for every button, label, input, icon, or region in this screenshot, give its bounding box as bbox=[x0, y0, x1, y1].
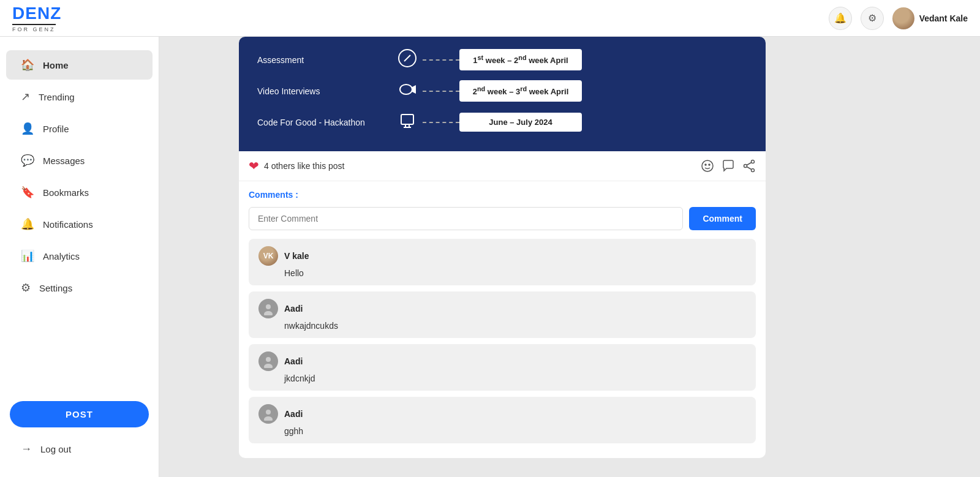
comment-text: jkdcnkjd bbox=[284, 374, 746, 383]
tl-label-2: Video Interviews bbox=[257, 86, 392, 96]
comment-input[interactable] bbox=[249, 207, 683, 230]
tl-icon-2 bbox=[392, 80, 423, 102]
comment-avatar bbox=[258, 299, 278, 318]
sidebar-item-analytics[interactable]: 📊 Analytics bbox=[6, 241, 153, 271]
sidebar-item-messages[interactable]: 💬 Messages bbox=[6, 146, 153, 175]
sidebar-label-profile: Profile bbox=[43, 124, 69, 134]
heart-icon[interactable]: ❤ bbox=[249, 159, 259, 173]
main-content: Assessment 1st week – 2nd week April Vid… bbox=[159, 37, 845, 477]
tl-dots-1 bbox=[423, 59, 459, 61]
notifications-icon: 🔔 bbox=[21, 217, 34, 231]
sidebar-label-settings: Settings bbox=[39, 283, 72, 293]
tl-label-1: Assessment bbox=[257, 55, 392, 65]
avatar-image bbox=[892, 7, 914, 29]
svg-point-4 bbox=[705, 164, 706, 165]
svg-rect-2 bbox=[401, 115, 413, 124]
tl-icon-3 bbox=[392, 111, 423, 133]
svg-line-9 bbox=[747, 163, 752, 165]
header-right: 🔔 ⚙ Vedant Kale bbox=[829, 7, 968, 30]
logo-d: D bbox=[12, 4, 25, 23]
comment-avatar bbox=[258, 351, 278, 371]
svg-point-1 bbox=[400, 85, 412, 94]
layout: 🏠 Home ↗ Trending 👤 Profile 💬 Messages 🔖… bbox=[0, 37, 980, 477]
svg-point-5 bbox=[709, 164, 710, 165]
sidebar-spacer bbox=[0, 304, 159, 391]
sidebar-label-home: Home bbox=[43, 60, 69, 70]
comment-item: Aadi nwkajdncukds bbox=[249, 291, 756, 338]
action-icons bbox=[701, 159, 756, 173]
comment-author: Aadi bbox=[284, 304, 303, 314]
timeline-row-2: Video Interviews 2nd week – 3rd week Apr… bbox=[257, 80, 747, 102]
profile-icon: 👤 bbox=[21, 122, 34, 135]
bookmarks-icon: 🔖 bbox=[21, 186, 34, 199]
comment-author: V kale bbox=[284, 251, 309, 261]
comment-text: gghh bbox=[284, 426, 746, 436]
bell-button[interactable]: 🔔 bbox=[829, 7, 852, 30]
like-area: ❤ 4 others like this post bbox=[249, 159, 345, 173]
sidebar: 🏠 Home ↗ Trending 👤 Profile 💬 Messages 🔖… bbox=[0, 37, 159, 477]
comment-author-row: Aadi bbox=[258, 299, 746, 318]
timeline-row-1: Assessment 1st week – 2nd week April bbox=[257, 49, 747, 70]
svg-line-10 bbox=[747, 167, 752, 170]
tl-date-3: June – July 2024 bbox=[459, 113, 582, 132]
share-button[interactable] bbox=[742, 159, 756, 173]
comment-submit-button[interactable]: Comment bbox=[689, 207, 756, 230]
tl-dots-3 bbox=[423, 122, 459, 123]
tl-label-3: Code For Good - Hackathon bbox=[257, 118, 392, 127]
logo-enz: ENZ bbox=[25, 4, 61, 23]
logo-subtitle: FOR GENZ bbox=[12, 24, 56, 32]
sidebar-item-trending[interactable]: ↗ Trending bbox=[6, 82, 153, 111]
comment-avatar: VK bbox=[258, 246, 278, 266]
sidebar-label-notifications: Notifications bbox=[43, 219, 93, 230]
logo: DENZ FOR GENZ bbox=[12, 4, 61, 32]
svg-point-12 bbox=[266, 304, 271, 309]
comment-author-row: Aadi bbox=[258, 404, 746, 424]
comment-item: Aadi gghh bbox=[249, 397, 756, 443]
comment-button[interactable] bbox=[722, 159, 735, 173]
comment-author: Aadi bbox=[284, 356, 303, 366]
sidebar-item-logout[interactable]: → Log out bbox=[6, 435, 153, 464]
trending-icon: ↗ bbox=[21, 90, 30, 103]
timeline-row-3: Code For Good - Hackathon June – July 20… bbox=[257, 111, 747, 133]
logout-icon: → bbox=[21, 443, 32, 456]
bell-icon: 🔔 bbox=[834, 12, 846, 24]
likes-text: 4 others like this post bbox=[264, 161, 345, 171]
post-card: Assessment 1st week – 2nd week April Vid… bbox=[239, 37, 766, 458]
comment-text: Hello bbox=[284, 268, 746, 278]
username: Vedant Kale bbox=[919, 13, 968, 23]
comment-avatar bbox=[258, 404, 278, 424]
svg-point-6 bbox=[752, 160, 755, 163]
comment-text: nwkajdncukds bbox=[284, 321, 746, 331]
sidebar-item-notifications[interactable]: 🔔 Notifications bbox=[6, 209, 153, 239]
settings-icon: ⚙ bbox=[868, 12, 876, 24]
sidebar-item-settings[interactable]: ⚙ Settings bbox=[6, 273, 153, 302]
svg-point-7 bbox=[752, 169, 755, 172]
sidebar-label-logout: Log out bbox=[40, 444, 71, 454]
header: DENZ FOR GENZ 🔔 ⚙ Vedant Kale bbox=[0, 0, 980, 37]
sidebar-item-profile[interactable]: 👤 Profile bbox=[6, 114, 153, 143]
comment-input-row: Comment bbox=[249, 207, 756, 230]
svg-point-18 bbox=[266, 410, 271, 415]
settings-button[interactable]: ⚙ bbox=[861, 7, 884, 30]
post-button[interactable]: POST bbox=[10, 401, 149, 427]
right-panel bbox=[845, 37, 980, 477]
sidebar-label-trending: Trending bbox=[39, 92, 75, 102]
comment-author-row: Aadi bbox=[258, 351, 746, 371]
svg-point-3 bbox=[702, 160, 713, 171]
react-button[interactable] bbox=[701, 159, 714, 173]
comment-author: Aadi bbox=[284, 409, 303, 419]
comment-item: VK V kale Hello bbox=[249, 239, 756, 285]
sidebar-item-home[interactable]: 🏠 Home bbox=[6, 50, 153, 80]
comment-author-row: VK V kale bbox=[258, 246, 746, 266]
sidebar-item-bookmarks[interactable]: 🔖 Bookmarks bbox=[6, 178, 153, 207]
messages-icon: 💬 bbox=[21, 154, 34, 167]
sidebar-label-analytics: Analytics bbox=[43, 251, 80, 261]
comments-section: Comments : Comment VK V kale Hello bbox=[239, 181, 766, 458]
user-info[interactable]: Vedant Kale bbox=[892, 7, 968, 29]
home-icon: 🏠 bbox=[21, 58, 34, 72]
tl-dots-2 bbox=[423, 91, 459, 92]
post-image: Assessment 1st week – 2nd week April Vid… bbox=[239, 37, 766, 151]
avatar bbox=[892, 7, 914, 29]
sidebar-label-bookmarks: Bookmarks bbox=[43, 187, 89, 198]
gear-icon: ⚙ bbox=[21, 281, 31, 295]
